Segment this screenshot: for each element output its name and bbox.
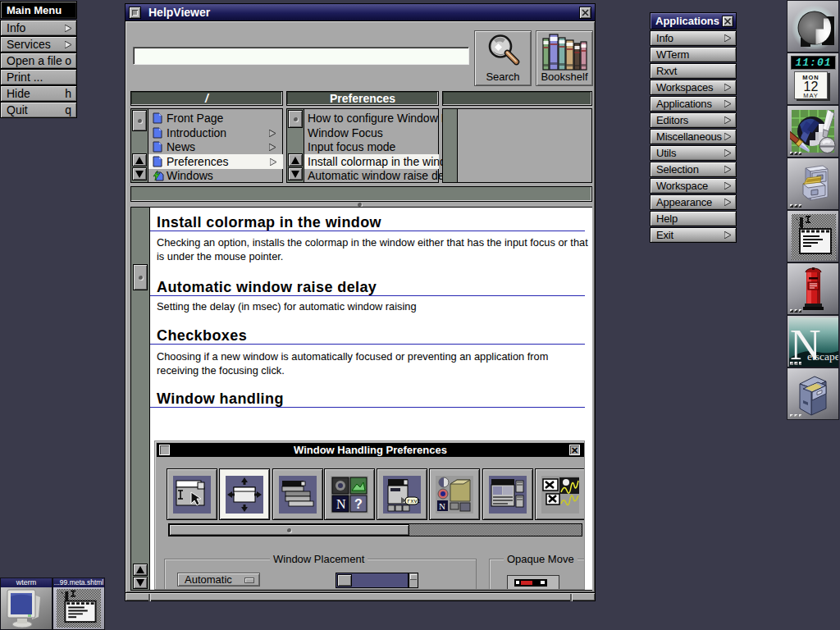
svg-text:N: N <box>336 497 346 511</box>
svg-text:N: N <box>439 501 445 511</box>
svg-text:rxvt: rxvt <box>407 498 421 504</box>
svg-text:etscape: etscape <box>807 350 838 363</box>
svg-text:?: ? <box>354 497 363 511</box>
